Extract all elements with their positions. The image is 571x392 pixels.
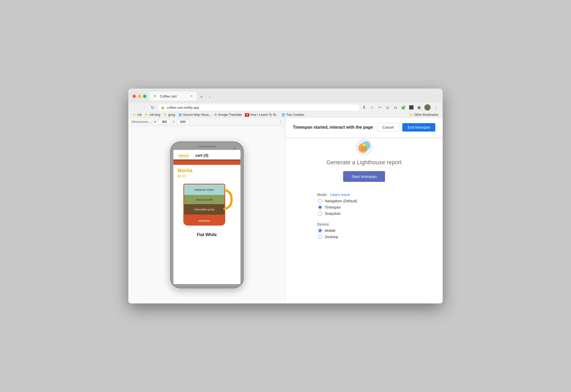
bookmark-two-cookies[interactable]: 🌐 Two Cookies: [282, 113, 304, 117]
w-icon: W: [245, 113, 249, 117]
new-tab-button[interactable]: +: [198, 93, 205, 101]
coffee-mug-illustration: whipped cream steamed milk chocolate syr…: [181, 181, 233, 228]
star-icon[interactable]: ☆: [369, 105, 375, 110]
back-button[interactable]: ←: [133, 104, 139, 111]
folder-icon: 📁: [145, 113, 148, 117]
app-banner: [173, 160, 240, 165]
bookmark-translate[interactable]: G Google Translate: [215, 113, 242, 117]
bookmark-cdt-blog[interactable]: 📁 cdt blog: [145, 113, 160, 117]
lighthouse-icon: 👷: [356, 139, 372, 155]
timespan-buttons: Cancel End timespan: [377, 123, 435, 132]
tab-title: Coffee cart: [160, 94, 188, 98]
device-mobile-item: Mobile: [318, 228, 411, 233]
close-traffic-light[interactable]: [133, 95, 136, 98]
mode-navigation-radio[interactable]: [318, 199, 322, 203]
active-tab[interactable]: V Coffee cart ×: [150, 92, 197, 101]
mode-radio-group: Navigation (Default) Timespan Snapshot: [317, 199, 411, 216]
bookmark-source-map[interactable]: 🌐 Source Map Visua...: [178, 113, 211, 117]
tab-close-icon[interactable]: ×: [190, 94, 193, 99]
url-text: coffee-cart.netlify.app: [167, 106, 199, 110]
folder-icon: 📁: [163, 113, 167, 117]
translate-icon[interactable]: G: [385, 105, 390, 110]
height-input[interactable]: [177, 119, 189, 124]
device-mobile-radio[interactable]: [318, 228, 322, 233]
phone-speaker: [198, 146, 216, 147]
mug-body: whipped cream steamed milk chocolate syr…: [183, 184, 225, 226]
mode-navigation-label: Navigation (Default): [325, 199, 357, 203]
menu-icon[interactable]: ⋮: [433, 105, 438, 110]
extension1-icon[interactable]: N: [393, 105, 398, 110]
mug-layer-espresso: espresso: [184, 215, 224, 226]
bookmark-label: Other Bookmarks: [414, 113, 438, 117]
device-desktop-label: Desktop: [325, 235, 338, 239]
bookmark-other[interactable]: 📁 Other Bookmarks: [409, 113, 438, 117]
folder-icon: 📁: [409, 113, 413, 117]
dimensions-label: Dimensions: ...: [131, 120, 152, 124]
app-header: menu cart (3): [173, 150, 240, 160]
sidebar-icon[interactable]: ▣: [416, 105, 422, 110]
globe-icon: 🌐: [178, 113, 182, 117]
translate-icon: G: [215, 113, 217, 117]
menu-nav-item[interactable]: menu: [179, 153, 189, 157]
lighthouse-options: Mode Learn more Navigation (Default) Tim…: [317, 192, 411, 245]
minimize-traffic-light[interactable]: [138, 95, 141, 98]
mode-timespan-label: Timespan: [325, 205, 341, 209]
bookmark-label: Source Map Visua...: [183, 113, 211, 117]
width-input[interactable]: [158, 119, 171, 124]
svg-text:👷: 👷: [361, 144, 368, 151]
dropdown-icon[interactable]: ▾: [154, 120, 156, 124]
title-bar: V Coffee cart × + ⌄: [128, 89, 443, 103]
bookmark-cdt[interactable]: 📁 cdt: [133, 113, 141, 117]
globe-icon2: 🌐: [282, 113, 285, 117]
mug-layer-milk: steamed milk: [184, 195, 224, 204]
tab-chevron-icon[interactable]: ⌄: [206, 92, 213, 101]
mode-snapshot-item: Snapshot: [318, 211, 411, 216]
scissors-icon[interactable]: ✂: [377, 105, 382, 110]
more-options-icon[interactable]: ⋮: [279, 120, 282, 124]
device-view: menu cart (3) Mocha $8.00 whipped cre: [128, 126, 285, 303]
times-symbol: ×: [173, 120, 174, 124]
end-timespan-button[interactable]: End timespan: [402, 123, 435, 132]
phone-mockup: menu cart (3) Mocha $8.00 whipped cre: [170, 141, 244, 288]
next-product-name: Flat White: [178, 232, 236, 237]
phone-camera: [233, 147, 236, 150]
maximize-traffic-light[interactable]: [143, 95, 146, 98]
lighthouse-panel: Timespan started, interact with the page…: [285, 118, 443, 303]
lighthouse-body: 👷 Generate a Lighthouse report Start tim…: [285, 118, 443, 256]
device-panel: Dimensions: ... ▾ × ⋮ menu ca: [128, 118, 285, 303]
mug-layer-cream: whipped cream: [184, 184, 224, 195]
traffic-lights-row: V Coffee cart × + ⌄: [133, 92, 438, 101]
app-body: Mocha $8.00 whipped cream steamed milk c…: [173, 165, 240, 284]
device-mobile-label: Mobile: [325, 228, 336, 233]
device-desktop-radio[interactable]: [318, 235, 322, 239]
address-bar[interactable]: 🔒 coffee-cart.netlify.app: [158, 105, 359, 111]
bookmark-goog[interactable]: 📁 goog: [163, 113, 175, 117]
product-name: Mocha: [178, 168, 236, 173]
extension2-icon[interactable]: ⬛: [409, 105, 414, 110]
bookmark-label: goog: [168, 113, 175, 117]
bookmark-label: cdt blog: [149, 113, 160, 117]
bookmark-how-i-learnt[interactable]: W How I Learnt To St...: [245, 113, 278, 117]
puzzle-icon[interactable]: 🧩: [401, 105, 406, 110]
user-avatar[interactable]: 👤: [424, 104, 431, 111]
cart-nav-item[interactable]: cart (3): [195, 153, 208, 157]
mode-timespan-radio[interactable]: [318, 205, 322, 209]
main-content: Dimensions: ... ▾ × ⋮ menu ca: [128, 118, 443, 303]
lighthouse-title: Generate a Lighthouse report: [326, 159, 402, 166]
browser-window: V Coffee cart × + ⌄ ← → ↻ 🔒 coffee-cart.…: [128, 89, 443, 303]
device-desktop-item: Desktop: [318, 235, 411, 239]
share-icon[interactable]: ⬆: [361, 105, 367, 110]
learn-more-link[interactable]: Learn more: [330, 192, 350, 197]
mug-handle: [223, 189, 233, 210]
device-radio-group: Mobile Desktop: [317, 228, 411, 239]
cancel-button[interactable]: Cancel: [377, 123, 399, 132]
start-timespan-button[interactable]: Start timespan: [343, 171, 385, 182]
product-price: $8.00: [178, 174, 236, 178]
forward-button[interactable]: →: [141, 104, 147, 111]
refresh-button[interactable]: ↻: [149, 104, 156, 111]
mode-row: Mode Learn more: [317, 192, 411, 197]
mode-snapshot-radio[interactable]: [318, 211, 322, 216]
toolbar-icons: ⬆ ☆ ✂ G N 🧩 ⬛ ▣ 👤 ⋮: [361, 104, 438, 111]
bookmark-label: Two Cookies: [286, 113, 304, 117]
bookmark-label: Google Translate: [218, 113, 242, 117]
